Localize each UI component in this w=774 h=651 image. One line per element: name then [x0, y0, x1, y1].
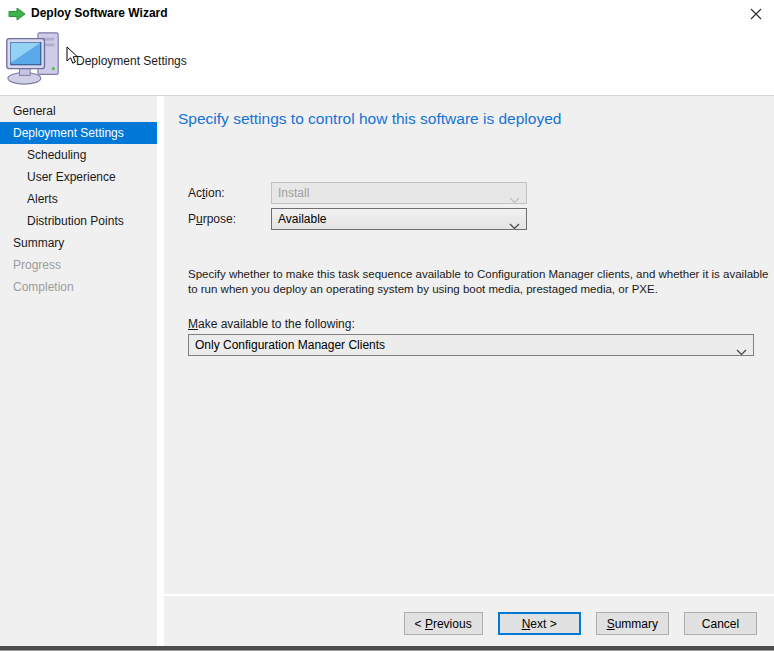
footer-separator [164, 594, 774, 596]
wizard-arrow-icon [8, 7, 26, 21]
sidebar-item-deployment-settings[interactable]: Deployment Settings [0, 122, 157, 144]
action-dropdown-value: Install [278, 186, 309, 200]
sidebar-divider [157, 96, 164, 646]
content-heading: Specify settings to control how this sof… [178, 110, 561, 128]
chevron-down-icon [509, 190, 520, 204]
title-bar: Deploy Software Wizard [0, 0, 774, 28]
wizard-header: Deployment Settings [0, 28, 774, 95]
sidebar-item-summary[interactable]: Summary [0, 232, 157, 254]
chevron-down-icon [509, 216, 520, 230]
next-button[interactable]: Next > [498, 612, 581, 635]
make-available-dropdown-value: Only Configuration Manager Clients [195, 338, 385, 352]
summary-button[interactable]: Summary [596, 612, 669, 635]
footer-button-row: < Previous Next > Summary Cancel [404, 612, 757, 635]
purpose-dropdown-value: Available [278, 212, 326, 226]
sidebar-item-distribution-points[interactable]: Distribution Points [0, 210, 157, 232]
previous-button[interactable]: < Previous [404, 612, 483, 635]
window-bottom-edge [0, 646, 774, 651]
action-label: Action: [188, 186, 225, 200]
purpose-dropdown[interactable]: Available [271, 208, 527, 230]
purpose-label: Purpose: [188, 212, 236, 226]
action-dropdown: Install [271, 182, 527, 204]
make-available-dropdown[interactable]: Only Configuration Manager Clients [188, 334, 754, 356]
close-icon[interactable] [747, 5, 765, 23]
wizard-body: General Deployment Settings Scheduling U… [0, 95, 774, 646]
wizard-nav-sidebar: General Deployment Settings Scheduling U… [0, 96, 157, 646]
make-available-label: Make available to the following: [188, 317, 355, 331]
sidebar-item-scheduling[interactable]: Scheduling [0, 144, 157, 166]
main-panel: Specify settings to control how this sof… [164, 96, 774, 646]
sidebar-item-completion: Completion [0, 276, 157, 298]
sidebar-item-general[interactable]: General [0, 100, 157, 122]
sidebar-item-progress: Progress [0, 254, 157, 276]
window-title: Deploy Software Wizard [31, 6, 168, 20]
sidebar-item-alerts[interactable]: Alerts [0, 188, 157, 210]
sidebar-item-user-experience[interactable]: User Experience [0, 166, 157, 188]
chevron-down-icon [736, 342, 747, 356]
cancel-button[interactable]: Cancel [684, 612, 757, 635]
computer-icon [6, 30, 64, 86]
description-text: Specify whether to make this task sequen… [188, 267, 774, 297]
page-title: Deployment Settings [76, 54, 187, 68]
